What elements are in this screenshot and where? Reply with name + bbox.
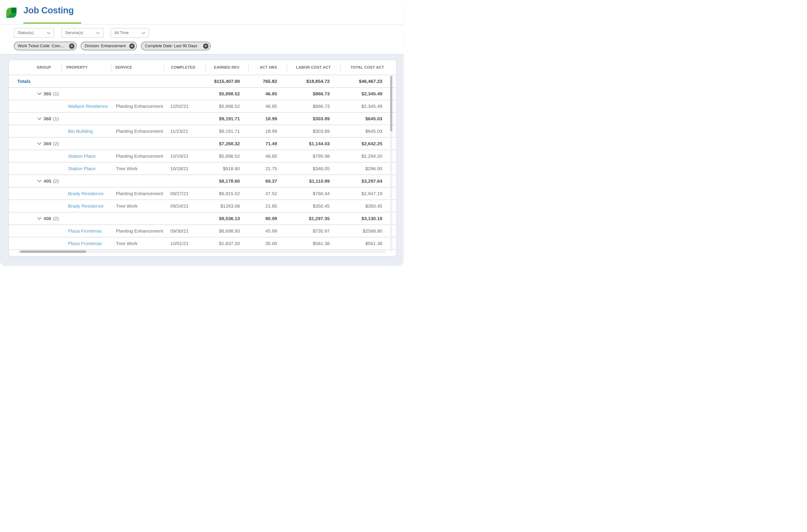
chip-row: Work Ticket Code: Com.... ✕ Division: En… bbox=[14, 42, 403, 50]
group-row[interactable]: 406 (2) $8,536.13 80.99 $1,297.35 $3,130… bbox=[9, 212, 396, 225]
remove-filter-icon[interactable]: ✕ bbox=[69, 43, 74, 49]
labor-cost-act: $760.44 bbox=[287, 191, 340, 196]
labor-cost-act: $561.38 bbox=[287, 241, 340, 246]
chevron-down-icon bbox=[142, 32, 145, 34]
completed-date: 11/23/21 bbox=[164, 129, 205, 134]
property-link[interactable]: Plaza Frontenac bbox=[68, 228, 102, 233]
totals-label: Totals bbox=[9, 79, 61, 84]
act-hrs: 18.99 bbox=[248, 116, 287, 121]
status-filter-dropdown[interactable]: Status(s) bbox=[14, 28, 54, 38]
group-label: 405 bbox=[43, 178, 51, 184]
group-label: 369 bbox=[43, 141, 51, 146]
title-underline bbox=[23, 22, 81, 24]
time-filter-dropdown[interactable]: All Time bbox=[111, 28, 149, 38]
column-header-completed[interactable]: COMPLETED bbox=[164, 65, 205, 70]
labor-cost-act: $350.45 bbox=[287, 203, 340, 209]
column-header-property[interactable]: PROPERTY bbox=[61, 65, 111, 70]
chip-label: Work Ticket Code: Com.... bbox=[18, 44, 65, 48]
vertical-scrollbar-track[interactable] bbox=[390, 76, 392, 252]
group-cell: 406 (2) bbox=[9, 216, 61, 221]
earned-rev: $8,178.60 bbox=[205, 178, 248, 184]
property-link[interactable]: Station Place bbox=[68, 166, 96, 171]
group-row[interactable]: 369 (2) $7,268.32 71.49 $1,144.03 $2,642… bbox=[9, 138, 396, 150]
table-row: Station Place Tree Work 10/18/21 $918.60… bbox=[9, 163, 396, 175]
total-cost-act: $645.03 bbox=[340, 116, 396, 121]
column-header-service[interactable]: SERVICE bbox=[111, 65, 164, 70]
labor-cost-act: $866.73 bbox=[287, 91, 340, 96]
group-count: (1) bbox=[53, 116, 59, 121]
service-filter-dropdown[interactable]: Service(s) bbox=[61, 28, 104, 38]
property-link[interactable]: Bio Building bbox=[68, 129, 93, 134]
group-row[interactable]: 365 (1) $5,898.52 46.85 $866.73 $2,345.4… bbox=[9, 88, 396, 100]
labor-cost-act: $795.98 bbox=[287, 153, 340, 159]
column-header-earned-rev[interactable]: EARNED REV bbox=[205, 65, 248, 70]
remove-filter-icon[interactable]: ✕ bbox=[129, 43, 135, 49]
chevron-down-icon[interactable] bbox=[37, 117, 41, 120]
earned-rev: $6,698.93 bbox=[205, 228, 248, 234]
service-label: Tree Work bbox=[111, 241, 164, 246]
group-row[interactable]: 368 (1) $9,191.71 18.99 $303.89 $645.03 bbox=[9, 113, 396, 125]
totals-earned-rev: $115,407.00 bbox=[205, 79, 248, 84]
chip-label: Division: Enhancement bbox=[85, 44, 126, 48]
header-divider bbox=[248, 64, 249, 71]
property-link[interactable]: Station Place bbox=[68, 153, 96, 159]
group-label: 368 bbox=[43, 116, 51, 121]
leaf-logo-icon bbox=[6, 7, 17, 18]
dropdown-label: Status(s) bbox=[18, 31, 34, 35]
service-label: Tree Work bbox=[111, 166, 164, 171]
chip-work-ticket-code[interactable]: Work Ticket Code: Com.... ✕ bbox=[14, 42, 77, 50]
property-link[interactable]: Brady Residence bbox=[68, 191, 104, 196]
remove-filter-icon[interactable]: ✕ bbox=[203, 43, 208, 49]
header-divider bbox=[111, 64, 111, 71]
service-label: Tree Work bbox=[111, 203, 164, 209]
column-header-group[interactable]: GROUP bbox=[9, 65, 61, 70]
vertical-scrollbar-thumb[interactable] bbox=[390, 76, 392, 131]
total-cost-act: $561.38 bbox=[340, 241, 396, 246]
total-cost-act: $2568.80 bbox=[340, 228, 396, 234]
dropdown-row: Status(s) Service(s) All Time bbox=[14, 28, 403, 38]
total-cost-act: $350.45 bbox=[340, 203, 396, 209]
property-link[interactable]: Wallace Residence bbox=[68, 103, 108, 109]
group-cell: 369 (2) bbox=[9, 141, 61, 146]
totals-labor-cost-act: $18,854.72 bbox=[287, 79, 340, 84]
property-link[interactable]: Plaza Frontenac bbox=[68, 241, 102, 246]
act-hrs: 46.85 bbox=[248, 153, 287, 159]
chip-label: Complete Date: Last 90 Days bbox=[145, 44, 197, 48]
table-row: Plaza Frontenac Planting Enhancement 09/… bbox=[9, 225, 396, 238]
chevron-down-icon[interactable] bbox=[37, 217, 41, 220]
table-row: Brady Residence Planting Enhancement 09/… bbox=[9, 188, 396, 200]
table-row: Wallace Residence Planting Enhancement 1… bbox=[9, 100, 396, 113]
table-row: Bio Building Planting Enhancement 11/23/… bbox=[9, 125, 396, 138]
horizontal-scrollbar-track[interactable] bbox=[18, 250, 386, 253]
chevron-down-icon[interactable] bbox=[37, 180, 41, 183]
chevron-down-icon[interactable] bbox=[37, 92, 41, 95]
group-label: 365 bbox=[43, 91, 51, 96]
dropdown-label: All Time bbox=[114, 31, 129, 35]
filter-bar: Status(s) Service(s) All Time Work Ticke… bbox=[0, 25, 403, 55]
chip-complete-date[interactable]: Complete Date: Last 90 Days ✕ bbox=[141, 42, 211, 50]
total-cost-act: $3,130.18 bbox=[340, 216, 396, 221]
group-count: (2) bbox=[53, 141, 59, 146]
column-header-act-hrs[interactable]: ACT HRS bbox=[248, 65, 287, 70]
completed-date: 12/02/21 bbox=[164, 103, 205, 109]
earned-rev: $6,915.52 bbox=[205, 191, 248, 196]
labor-cost-act: $303.89 bbox=[287, 129, 340, 134]
service-label: Planting Enhancement bbox=[111, 191, 164, 196]
chevron-down-icon bbox=[96, 32, 100, 34]
earned-rev: $5,898.52 bbox=[205, 91, 248, 96]
service-label: Planting Enhancement bbox=[111, 129, 164, 134]
column-header-labor-cost-act[interactable]: LABOR COST ACT bbox=[287, 65, 340, 70]
column-header-total-cost-act[interactable]: TOTAL COST ACT bbox=[340, 65, 396, 70]
property-link[interactable]: Brady Residence bbox=[68, 203, 104, 209]
horizontal-scrollbar-thumb[interactable] bbox=[20, 250, 86, 253]
chevron-down-icon[interactable] bbox=[37, 142, 41, 145]
group-count: (2) bbox=[53, 216, 59, 221]
service-label: Planting Enhancement bbox=[111, 153, 164, 159]
group-count: (2) bbox=[53, 178, 59, 184]
act-hrs: 46.85 bbox=[248, 103, 287, 109]
chip-division[interactable]: Division: Enhancement ✕ bbox=[81, 42, 137, 50]
completed-date: 09/30/21 bbox=[164, 228, 205, 234]
group-row[interactable]: 405 (2) $8,178.60 69.37 $1,110.89 $3,297… bbox=[9, 175, 396, 188]
act-hrs: 45.99 bbox=[248, 228, 287, 234]
group-label: 406 bbox=[43, 216, 51, 221]
